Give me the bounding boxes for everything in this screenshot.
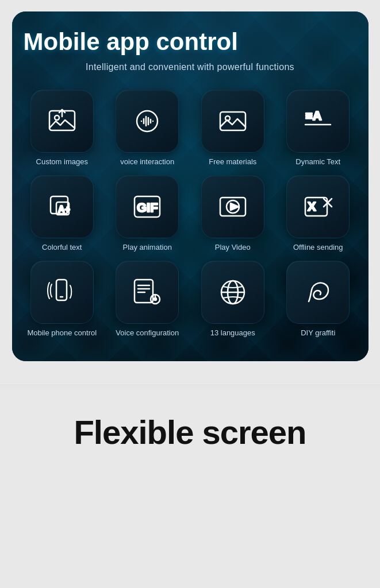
feature-colorful-text: A+ Colorful text xyxy=(24,175,101,253)
play-animation-label: Play animation xyxy=(123,243,172,253)
feature-play-animation: GIF Play animation xyxy=(109,175,186,253)
svg-text:X: X xyxy=(308,199,316,214)
13-languages-label: 13 languages xyxy=(210,328,255,338)
dynamic-text-icon-box: ≡A xyxy=(286,90,350,153)
offline-sending-label: Offline sending xyxy=(293,243,343,253)
offline-sending-icon: X xyxy=(303,192,333,222)
feature-dynamic-text: ≡A Dynamic Text xyxy=(279,90,357,167)
mobile-phone-control-icon xyxy=(47,277,77,307)
free-materials-label: Free materials xyxy=(209,157,256,167)
card-content: Mobile app control Intelligent and conve… xyxy=(24,29,357,338)
voice-interaction-label: voice interaction xyxy=(120,157,174,167)
wave-divider xyxy=(0,361,380,396)
play-animation-icon: GIF xyxy=(132,192,162,222)
feature-free-materials: Free materials xyxy=(194,90,272,167)
svg-point-61 xyxy=(154,298,156,300)
diy-graffiti-icon-box xyxy=(286,261,350,324)
voice-interaction-icon xyxy=(132,106,162,136)
page-title: Mobile app control xyxy=(24,29,357,55)
colorful-text-icon-box: A+ xyxy=(30,175,94,238)
page-subtitle: Intelligent and convenient with powerful… xyxy=(24,62,357,72)
custom-images-label: Custom images xyxy=(36,157,88,167)
features-grid: Custom images voice interaction Free mat… xyxy=(24,90,357,338)
13-languages-icon-box xyxy=(201,261,264,324)
mobile-phone-control-icon-box xyxy=(30,261,94,324)
flexible-screen-title: Flexible screen xyxy=(11,413,369,451)
feature-mobile-phone-control: Mobile phone control xyxy=(24,261,101,338)
feature-voice-interaction: voice interaction xyxy=(109,90,186,167)
bottom-section: Flexible screen xyxy=(0,396,380,463)
voice-configuration-icon-box xyxy=(116,261,179,324)
play-video-icon xyxy=(218,192,248,222)
colorful-text-label: Colorful text xyxy=(42,243,82,253)
custom-images-icon-box xyxy=(30,90,94,153)
svg-text:A+: A+ xyxy=(58,204,70,214)
voice-interaction-icon-box xyxy=(116,90,179,153)
dynamic-text-icon: ≡A xyxy=(303,106,333,136)
feature-custom-images: Custom images xyxy=(24,90,101,167)
13-languages-icon xyxy=(218,277,248,307)
diy-graffiti-icon xyxy=(303,277,333,307)
dynamic-text-label: Dynamic Text xyxy=(295,157,340,167)
voice-configuration-label: Voice configuration xyxy=(116,328,179,338)
custom-images-icon xyxy=(47,106,77,136)
feature-13-languages: 13 languages xyxy=(194,261,272,338)
offline-sending-icon-box: X xyxy=(286,175,350,238)
mobile-phone-control-label: Mobile phone control xyxy=(27,328,97,338)
feature-voice-configuration: Voice configuration xyxy=(109,261,186,338)
colorful-text-icon: A+ xyxy=(47,192,77,222)
feature-diy-graffiti: DIY graffiti xyxy=(279,261,357,338)
main-card: Mobile app control Intelligent and conve… xyxy=(12,11,369,361)
diy-graffiti-label: DIY graffiti xyxy=(301,328,335,338)
free-materials-icon xyxy=(218,106,248,136)
svg-marker-48 xyxy=(231,203,239,210)
voice-configuration-icon xyxy=(132,277,162,307)
play-animation-icon-box: GIF xyxy=(116,175,179,238)
feature-play-video: Play Video xyxy=(194,175,272,253)
play-video-label: Play Video xyxy=(215,243,251,253)
svg-text:GIF: GIF xyxy=(137,200,158,215)
free-materials-icon-box xyxy=(201,90,264,153)
svg-text:≡A: ≡A xyxy=(305,109,322,123)
feature-offline-sending: X Offline sending xyxy=(279,175,357,253)
play-video-icon-box xyxy=(201,175,264,238)
